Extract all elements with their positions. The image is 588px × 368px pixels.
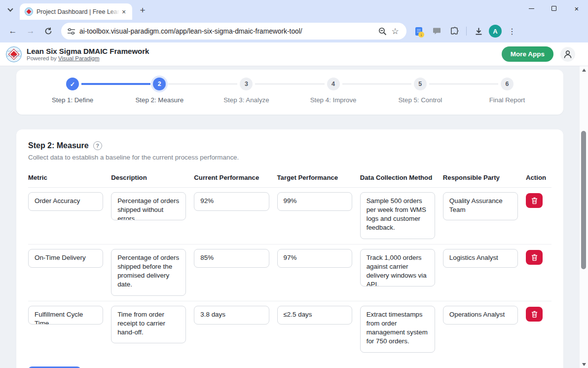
more-apps-button[interactable]: More Apps (502, 46, 553, 62)
step-2-dot[interactable]: 2 (153, 78, 166, 90)
delete-row-button[interactable] (526, 307, 543, 322)
dmaic-stepper: ✓ Step 1: Define 2 Step 2: Measure 3 Ste… (29, 78, 551, 104)
app-title: Lean Six Sigma DMAIC Framework (27, 47, 149, 55)
trash-icon (531, 197, 538, 204)
tab-title: Project Dashboard | Free Lean S (37, 8, 119, 15)
powered-by: Powered by Visual Paradigm (27, 55, 149, 61)
maximize-button[interactable] (543, 0, 565, 17)
section-title: Step 2: Measure (28, 141, 89, 150)
page-scrollbar[interactable] (580, 66, 588, 368)
browser-menu-icon[interactable]: ⋮ (505, 24, 519, 39)
help-icon[interactable]: ? (93, 141, 102, 150)
maximize-icon (551, 6, 556, 11)
site-header: Lean Six Sigma DMAIC Framework Powered b… (0, 42, 588, 66)
section-subtitle: Collect data to establish a baseline for… (28, 154, 551, 161)
delete-row-button[interactable] (526, 193, 543, 208)
extensions-puzzle-icon[interactable] (447, 24, 462, 39)
zoom-icon[interactable] (376, 25, 389, 38)
step-improve[interactable]: 4 Step 4: Improve (290, 78, 377, 104)
step-4-dot[interactable]: 4 (327, 78, 340, 90)
step-define[interactable]: ✓ Step 1: Define (29, 78, 116, 104)
step-3-dot[interactable]: 3 (240, 78, 253, 90)
reload-icon[interactable] (41, 24, 56, 39)
download-icon[interactable] (471, 24, 486, 39)
target-performance-input[interactable]: 99% (277, 192, 352, 211)
data-collection-input[interactable]: Sample 500 orders per week from WMS logs… (360, 192, 435, 239)
tab-close-icon[interactable]: × (119, 7, 128, 16)
docs-extension-icon[interactable]: ↓ (411, 24, 426, 39)
step-measure[interactable]: 2 Step 2: Measure (116, 78, 203, 104)
trash-icon (531, 254, 538, 261)
browser-tab[interactable]: Project Dashboard | Free Lean S × (20, 3, 132, 20)
step-final-report[interactable]: 6 Final Report (464, 78, 551, 104)
page-content: ✓ Step 1: Define 2 Step 2: Measure 3 Ste… (0, 66, 580, 368)
description-input[interactable]: Time from order receipt to carrier hand-… (111, 306, 186, 343)
step-control[interactable]: 5 Step 5: Control (377, 78, 464, 104)
description-input[interactable]: Percentage of orders shipped before the … (111, 249, 186, 296)
address-bar[interactable]: ai-toolbox.visual-paradigm.com/app/lean-… (61, 23, 406, 40)
data-collection-input[interactable]: Track 1,000 orders against carrier deliv… (360, 249, 435, 286)
toolbar-divider (466, 27, 467, 36)
data-collection-input[interactable]: Extract timestamps from order management… (360, 306, 435, 353)
table-row: Order Accuracy Percentage of orders ship… (28, 188, 551, 245)
scrollbar-thumb[interactable] (581, 131, 586, 269)
account-button[interactable] (560, 47, 575, 62)
responsible-party-input[interactable]: Logistics Analyst (443, 249, 518, 268)
minimize-icon (529, 8, 534, 9)
metric-input[interactable]: Fulfillment Cycle Time (28, 306, 103, 325)
favicon (25, 7, 33, 16)
table-row: Fulfillment Cycle Time Time from order r… (28, 301, 551, 358)
chevron-down-icon (7, 6, 13, 11)
new-tab-button[interactable]: + (136, 4, 149, 17)
site-settings-icon[interactable] (67, 28, 75, 35)
delete-row-button[interactable] (526, 250, 543, 265)
trash-icon (531, 311, 538, 318)
current-performance-input[interactable]: 3.8 days (194, 306, 269, 325)
browser-titlebar: Project Dashboard | Free Lean S × + × (0, 0, 588, 20)
url-text: ai-toolbox.visual-paradigm.com/app/lean-… (79, 28, 376, 35)
visual-paradigm-diamond-icon (9, 49, 19, 59)
scrollbar-up-icon[interactable] (580, 66, 588, 74)
minimize-button[interactable] (520, 0, 543, 17)
window-controls: × (520, 0, 588, 17)
metric-input[interactable]: Order Accuracy (28, 192, 103, 211)
profile-avatar[interactable]: A (489, 25, 502, 38)
table-row: On-Time Delivery Percentage of orders sh… (28, 245, 551, 301)
table-header: Metric Description Current Performance T… (28, 174, 551, 188)
close-window-button[interactable]: × (565, 0, 588, 17)
target-performance-input[interactable]: 97% (277, 249, 352, 268)
back-icon[interactable]: ← (5, 24, 20, 39)
person-icon (563, 49, 573, 59)
browser-toolbar: ← → ai-toolbox.visual-paradigm.com/app/l… (0, 20, 588, 42)
step-6-dot[interactable]: 6 (501, 78, 514, 90)
measure-card: Step 2: Measure ? Collect data to establ… (16, 129, 563, 368)
chat-icon[interactable] (429, 24, 444, 39)
step-5-dot[interactable]: 5 (414, 78, 427, 90)
responsible-party-input[interactable]: Operations Analyst (443, 306, 518, 325)
visual-paradigm-link[interactable]: Visual Paradigm (58, 55, 100, 61)
app-logo (6, 46, 22, 62)
toolbar-extensions-area: ↓ A ⋮ (411, 24, 519, 39)
scrollbar-down-icon[interactable] (580, 361, 588, 368)
current-performance-input[interactable]: 85% (194, 249, 269, 268)
tab-search-button[interactable] (4, 3, 17, 16)
responsible-party-input[interactable]: Quality Assurance Team (443, 192, 518, 220)
step-1-check-icon[interactable]: ✓ (66, 78, 79, 90)
step-analyze[interactable]: 3 Step 3: Analyze (203, 78, 290, 104)
forward-icon[interactable]: → (23, 24, 38, 39)
bookmark-star-icon[interactable]: ☆ (389, 25, 402, 38)
current-performance-input[interactable]: 92% (194, 192, 269, 211)
target-performance-input[interactable]: ≤2.5 days (277, 306, 352, 325)
description-input[interactable]: Percentage of orders shipped without err… (111, 192, 186, 220)
stepper-card: ✓ Step 1: Define 2 Step 2: Measure 3 Ste… (16, 70, 563, 115)
metric-input[interactable]: On-Time Delivery (28, 249, 103, 268)
